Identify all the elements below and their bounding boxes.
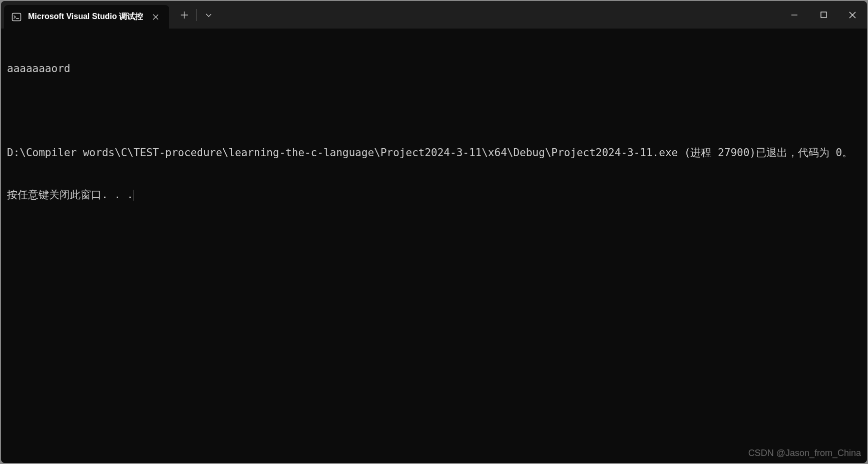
- watermark: CSDN @Jason_from_China: [748, 446, 861, 460]
- close-window-button[interactable]: [838, 1, 867, 29]
- tab-dropdown-button[interactable]: [198, 6, 220, 25]
- svg-rect-0: [13, 13, 21, 21]
- window-controls: [780, 1, 867, 29]
- output-line: D:\Compiler words\C\TEST-procedure\learn…: [7, 146, 861, 160]
- plus-icon: [181, 12, 188, 19]
- chevron-down-icon: [205, 12, 212, 19]
- text-cursor: [134, 190, 134, 201]
- titlebar: Microsoft Visual Studio 调试控: [1, 1, 867, 29]
- active-tab[interactable]: Microsoft Visual Studio 调试控: [4, 5, 169, 29]
- maximize-button[interactable]: [809, 1, 838, 29]
- tab-close-button[interactable]: [149, 11, 162, 24]
- minimize-icon: [791, 12, 798, 19]
- blank-line: [7, 104, 861, 118]
- terminal-icon: [11, 12, 22, 23]
- tab-controls: [173, 1, 220, 29]
- terminal-window: Microsoft Visual Studio 调试控: [1, 1, 867, 463]
- close-icon: [153, 14, 159, 20]
- close-icon: [849, 12, 856, 19]
- terminal-output[interactable]: aaaaaaaord D:\Compiler words\C\TEST-proc…: [1, 29, 867, 463]
- svg-rect-3: [821, 12, 826, 18]
- output-prompt-line: 按任意键关闭此窗口. . .: [7, 188, 861, 202]
- divider: [196, 9, 197, 21]
- output-line-text: 按任意键关闭此窗口. . .: [7, 189, 133, 201]
- minimize-button[interactable]: [780, 1, 809, 29]
- tab-title: Microsoft Visual Studio 调试控: [28, 12, 143, 22]
- output-line: aaaaaaaord: [7, 62, 861, 76]
- new-tab-button[interactable]: [173, 6, 195, 25]
- maximize-icon: [820, 12, 827, 18]
- titlebar-left: Microsoft Visual Studio 调试控: [1, 1, 220, 29]
